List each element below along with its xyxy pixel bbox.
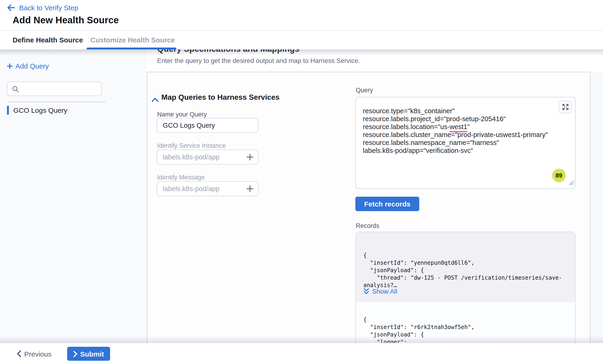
service-instance-field	[157, 150, 258, 165]
selected-indicator	[7, 106, 9, 115]
name-query-input[interactable]	[157, 118, 258, 132]
expand-query-button[interactable]	[559, 101, 572, 113]
section-title: Query Specifications and Mappings	[157, 49, 299, 54]
query-search	[7, 81, 102, 96]
previous-label: Previous	[24, 350, 52, 358]
tab-define-health-source[interactable]: Define Health Source	[12, 36, 83, 44]
submit-button[interactable]: Submit	[67, 347, 110, 361]
fetch-records-button[interactable]: Fetch records	[355, 197, 419, 211]
content-area: Add Query GCO Logs Query Query Specifica…	[0, 49, 603, 343]
query-list-item[interactable]: GCO Logs Query	[7, 106, 67, 115]
name-query-label: Name your Query	[157, 111, 207, 118]
query-sidebar: Add Query GCO Logs Query	[0, 49, 147, 343]
chevron-up-icon	[151, 97, 159, 102]
add-health-source-page: Back to Verify Step Add New Health Sourc…	[0, 0, 603, 364]
add-query-label: Add Query	[15, 62, 49, 70]
service-instance-label: Identify Service Instance	[157, 142, 226, 149]
footer-bar: Previous Submit	[0, 343, 603, 364]
tab-bar: Define Health Source Customize Health So…	[0, 31, 603, 49]
tab-customize-health-source[interactable]: Customize Health Source	[91, 36, 175, 44]
page-title: Add New Health Source	[12, 15, 119, 26]
plus-icon	[7, 63, 13, 69]
back-label: Back to Verify Step	[19, 4, 78, 12]
previous-button[interactable]: Previous	[14, 347, 54, 361]
header: Back to Verify Step Add New Health Sourc…	[0, 0, 603, 31]
show-all-button[interactable]: Show All	[363, 288, 397, 295]
submit-label: Submit	[80, 350, 104, 358]
main-panel: Query Specifications and Mappings Enter …	[147, 49, 603, 343]
show-all-label: Show All	[372, 288, 397, 295]
query-editor-box: resource.type="k8s_container"resource.la…	[355, 97, 576, 189]
chevron-right-icon	[73, 351, 77, 357]
char-count-badge: 89	[552, 169, 566, 182]
add-query-button[interactable]: Add Query	[7, 62, 49, 70]
query-item-label: GCO Logs Query	[13, 106, 67, 114]
expand-icon	[562, 103, 569, 111]
collapse-section-button[interactable]	[151, 96, 160, 103]
plus-icon	[246, 153, 254, 161]
section-subtitle: Enter the query to get the desired outpu…	[157, 57, 360, 64]
name-query-field	[157, 118, 258, 133]
back-arrow-icon	[7, 4, 15, 11]
query-mapping-card: Map Queries to Harness Services Name you…	[147, 72, 591, 343]
identify-message-label: Identify Message	[157, 174, 205, 181]
records-panel: { "insertId": "yennepun0qtd6ll6", "jsonP…	[355, 232, 576, 343]
records-label: Records	[356, 222, 379, 229]
page-background-right	[591, 72, 603, 343]
sidebar-divider	[7, 102, 106, 102]
query-editor[interactable]: resource.type="k8s_container"resource.la…	[363, 107, 570, 155]
back-button[interactable]: Back to Verify Step	[7, 4, 78, 12]
query-label: Query	[356, 87, 373, 94]
double-chevron-down-icon	[363, 288, 369, 295]
map-queries-title: Map Queries to Harness Services	[161, 93, 279, 102]
identify-message-input[interactable]	[157, 182, 258, 196]
record-json: { "insertId": "yennepun0qtd6ll6", "jsonP…	[363, 252, 562, 289]
search-input[interactable]	[22, 82, 98, 95]
service-instance-input[interactable]	[157, 150, 258, 164]
active-tab-underline	[87, 47, 176, 49]
add-service-instance-button[interactable]	[246, 153, 254, 161]
plus-icon	[246, 184, 254, 193]
chevron-left-icon	[17, 351, 21, 357]
search-icon	[12, 86, 19, 93]
identify-message-field	[157, 181, 258, 196]
add-message-button[interactable]	[246, 184, 254, 193]
record-item: { "insertId": "yennepun0qtd6ll6", "jsonP…	[356, 232, 575, 302]
resize-handle-icon[interactable]	[569, 179, 574, 187]
